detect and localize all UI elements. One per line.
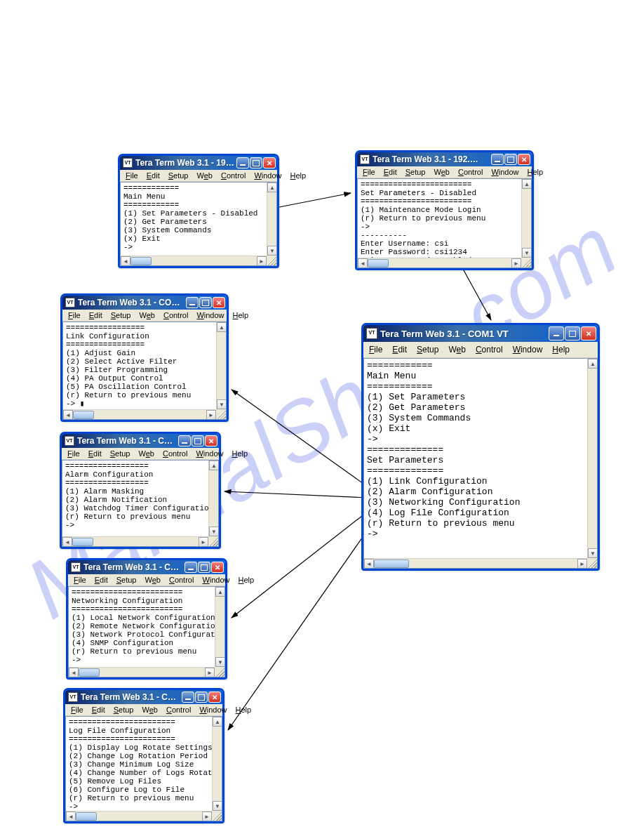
maximize-button[interactable] bbox=[250, 157, 262, 168]
horizontal-scrollbar[interactable]: ◄ ► bbox=[66, 811, 212, 821]
titlebar[interactable]: VT Tera Term Web 3.1 - COM1 VT bbox=[62, 434, 219, 448]
menu-edit[interactable]: Edit bbox=[144, 171, 163, 180]
menu-control[interactable]: Control bbox=[163, 705, 194, 715]
scroll-thumb[interactable] bbox=[79, 668, 100, 677]
scroll-up-icon[interactable]: ▲ bbox=[522, 179, 532, 189]
close-button[interactable] bbox=[208, 691, 221, 703]
menu-control[interactable]: Control bbox=[160, 449, 190, 458]
titlebar[interactable]: VT Tera Term Web 3.1 - COM1 VT bbox=[65, 690, 222, 704]
maximize-button[interactable] bbox=[198, 562, 210, 573]
scroll-down-icon[interactable]: ▼ bbox=[522, 248, 532, 258]
menu-web[interactable]: Web bbox=[142, 575, 163, 585]
horizontal-scrollbar[interactable]: ◄ ► bbox=[69, 667, 215, 677]
horizontal-scrollbar[interactable]: ◄ ► bbox=[63, 409, 216, 419]
maximize-button[interactable] bbox=[192, 435, 204, 446]
minimize-button[interactable] bbox=[236, 157, 249, 168]
horizontal-scrollbar[interactable]: ◄ ► bbox=[121, 256, 267, 265]
menu-help[interactable]: Help bbox=[233, 705, 255, 715]
menu-edit[interactable]: Edit bbox=[86, 449, 105, 458]
titlebar[interactable]: VT Tera Term Web 3.1 - COM1 VT bbox=[363, 325, 598, 342]
horizontal-scrollbar[interactable]: ◄ ► bbox=[62, 536, 208, 546]
terminal-output[interactable]: ======================== Set Parameters … bbox=[358, 179, 531, 267]
scroll-right-icon[interactable]: ► bbox=[577, 559, 587, 569]
menu-file[interactable]: File bbox=[368, 343, 384, 356]
scroll-left-icon[interactable]: ◄ bbox=[62, 537, 72, 547]
scroll-right-icon[interactable]: ► bbox=[205, 668, 215, 677]
scroll-thumb[interactable] bbox=[72, 538, 93, 546]
menu-file[interactable]: File bbox=[71, 575, 89, 585]
scroll-down-icon[interactable]: ▼ bbox=[588, 548, 598, 558]
terminal-output[interactable]: ================= Link Configuration ===… bbox=[63, 322, 226, 419]
menu-control[interactable]: Control bbox=[455, 167, 485, 177]
terminal-output[interactable]: ======================== Networking Conf… bbox=[69, 587, 224, 677]
vertical-scrollbar[interactable]: ▲ ▼ bbox=[215, 587, 224, 667]
scroll-up-icon[interactable]: ▲ bbox=[215, 587, 225, 597]
maximize-button[interactable] bbox=[199, 297, 212, 308]
menu-web[interactable]: Web bbox=[135, 449, 156, 458]
menu-control[interactable]: Control bbox=[474, 343, 504, 356]
minimize-button[interactable] bbox=[186, 297, 199, 308]
minimize-button[interactable] bbox=[549, 326, 564, 340]
menu-setup[interactable]: Setup bbox=[108, 310, 134, 320]
horizontal-scrollbar[interactable]: ◄ ► bbox=[364, 558, 587, 568]
minimize-button[interactable] bbox=[491, 154, 504, 165]
menu-setup[interactable]: Setup bbox=[415, 343, 440, 356]
menu-window[interactable]: Window bbox=[199, 575, 232, 585]
menu-window[interactable]: Window bbox=[251, 171, 284, 180]
minimize-button[interactable] bbox=[182, 691, 194, 703]
close-button[interactable] bbox=[213, 297, 225, 308]
menu-web[interactable]: Web bbox=[139, 705, 160, 715]
resize-grip-icon[interactable] bbox=[587, 558, 597, 568]
titlebar[interactable]: VT Tera Term Web 3.1 - COM1 VT bbox=[68, 560, 225, 574]
minimize-button[interactable] bbox=[185, 562, 197, 573]
vertical-scrollbar[interactable]: ▲ ▼ bbox=[208, 461, 218, 536]
menu-help[interactable]: Help bbox=[288, 171, 309, 180]
minimize-button[interactable] bbox=[178, 435, 191, 446]
resize-grip-icon[interactable] bbox=[215, 667, 224, 677]
scroll-thumb[interactable] bbox=[76, 812, 97, 821]
scroll-down-icon[interactable]: ▼ bbox=[209, 527, 219, 536]
menu-file[interactable]: File bbox=[68, 705, 86, 715]
menu-window[interactable]: Window bbox=[511, 343, 544, 356]
menu-web[interactable]: Web bbox=[431, 167, 452, 177]
menu-help[interactable]: Help bbox=[230, 310, 252, 320]
scroll-right-icon[interactable]: ► bbox=[257, 256, 267, 266]
menu-setup[interactable]: Setup bbox=[166, 171, 192, 180]
scroll-up-icon[interactable]: ▲ bbox=[267, 183, 277, 192]
scroll-right-icon[interactable]: ► bbox=[206, 410, 216, 420]
scroll-thumb[interactable] bbox=[130, 257, 152, 265]
scroll-right-icon[interactable]: ► bbox=[511, 258, 521, 268]
terminal-output[interactable]: ============ Main Menu ============ (1) … bbox=[121, 183, 276, 265]
maximize-button[interactable] bbox=[504, 154, 517, 165]
menu-help[interactable]: Help bbox=[525, 167, 546, 177]
resize-grip-icon[interactable] bbox=[267, 256, 276, 265]
menu-web[interactable]: Web bbox=[447, 343, 467, 356]
menu-control[interactable]: Control bbox=[166, 575, 196, 585]
menu-help[interactable]: Help bbox=[229, 449, 251, 458]
menu-edit[interactable]: Edit bbox=[391, 343, 408, 356]
titlebar[interactable]: VT Tera Term Web 3.1 - COM1… bbox=[62, 296, 227, 310]
terminal-output[interactable]: ============ Main Menu ============ (1) … bbox=[364, 359, 597, 568]
resize-grip-icon[interactable] bbox=[208, 536, 218, 546]
menu-edit[interactable]: Edit bbox=[381, 167, 400, 177]
close-button[interactable] bbox=[581, 326, 596, 340]
menu-window[interactable]: Window bbox=[194, 310, 227, 320]
resize-grip-icon[interactable] bbox=[216, 409, 226, 419]
menu-window[interactable]: Window bbox=[488, 167, 521, 177]
scroll-thumb[interactable] bbox=[73, 411, 94, 419]
close-button[interactable] bbox=[263, 157, 276, 168]
terminal-output[interactable]: ================== Alarm Configuration =… bbox=[62, 461, 218, 546]
vertical-scrollbar[interactable]: ▲ ▼ bbox=[267, 183, 276, 256]
scroll-up-icon[interactable]: ▲ bbox=[209, 461, 219, 470]
maximize-button[interactable] bbox=[565, 326, 580, 340]
close-button[interactable] bbox=[518, 154, 530, 165]
menu-edit[interactable]: Edit bbox=[92, 575, 111, 585]
menu-control[interactable]: Control bbox=[161, 310, 191, 320]
menu-edit[interactable]: Edit bbox=[89, 705, 108, 715]
vertical-scrollbar[interactable]: ▲ ▼ bbox=[212, 717, 222, 811]
scroll-up-icon[interactable]: ▲ bbox=[217, 322, 227, 332]
close-button[interactable] bbox=[205, 435, 217, 446]
resize-grip-icon[interactable] bbox=[212, 811, 222, 821]
scroll-down-icon[interactable]: ▼ bbox=[213, 801, 222, 811]
scroll-left-icon[interactable]: ◄ bbox=[358, 258, 368, 268]
